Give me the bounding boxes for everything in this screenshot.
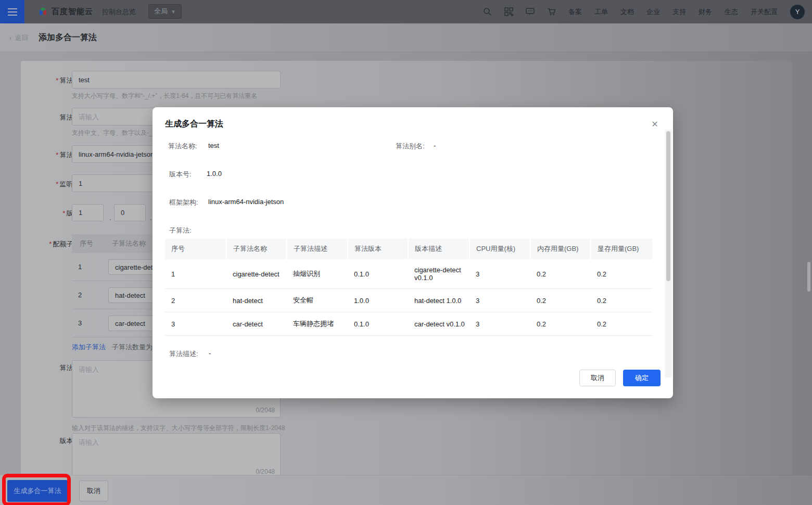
screen: 百度智能云 控制台总览 全局 ▼ [0,0,812,505]
cell: 车辆静态拥堵 [287,312,348,336]
cell: 抽烟识别 [287,259,348,289]
message-icon[interactable] [526,7,535,16]
row-index: 3 [78,319,82,327]
version-minor-input[interactable] [114,204,146,221]
topbar-link-gongdan[interactable]: 工单 [594,7,608,17]
modal-alias-label: 算法别名: [396,142,425,151]
col-name: 子算法名称 [108,239,146,248]
modal-desc-label: 算法描述: [169,349,198,359]
cell: 3 [470,289,530,312]
cell: cigarette-detect [226,259,287,289]
col-index: 序号 [72,239,108,248]
cell: 3 [165,312,226,336]
topbar: 百度智能云 控制台总览 全局 ▼ [0,0,812,23]
desc-helper-text: 输入对于该算法的描述，支持汉字、大小写字母等全部字符，限制长度1-2048 [72,424,285,433]
algorithm-name-input[interactable] [72,71,281,89]
page-title: 添加多合一算法 [39,23,97,52]
cell: 0.2 [591,289,652,312]
modal-scrollbar-thumb[interactable] [666,131,670,281]
add-sub-algo-link[interactable]: 添加子算法 [72,343,106,352]
cell: cigarette-detect v0.1.0 [408,259,470,289]
alias-helper-text: 支持中文、字母、数字以及-_ [72,129,153,137]
col-algo-version: 算法版本 [348,238,408,259]
avatar[interactable]: Y [790,5,805,19]
col-cpu: CPU用量(核) [470,238,530,259]
modal-table-header-row: 序号 子算法名称 子算法描述 算法版本 版本描述 CPU用量(核) 内存用量(G… [165,238,652,259]
row-index: 1 [78,263,82,271]
topbar-link-kaiguan[interactable]: 开关配置 [751,7,778,17]
modal-version-label: 版本号: [169,170,192,179]
desc-counter: 0/2048 [256,407,275,414]
back-label: 返回 [15,33,29,43]
modal-desc-value: - [209,349,211,357]
back-chevron-icon: ‹ [9,34,12,42]
modal-cancel-button[interactable]: 取消 [579,370,616,386]
brand[interactable]: 百度智能云 [39,0,93,23]
modal-sub-label: 子算法: [169,226,192,235]
cell: 0.2 [530,259,591,289]
version-desc-counter: 0/2048 [256,468,275,475]
col-gpu-mem: 显存用量(GB) [591,238,652,259]
modal-name-label: 算法名称: [168,142,197,151]
col-mem: 内存用量(GB) [530,238,591,259]
bottom-action-bar: 生成多合一算法 取消 [0,475,812,505]
topbar-link-wendang[interactable]: 文档 [620,7,634,17]
modal-framework-label: 框架架构: [169,198,198,207]
modal-framework-value: linux-arm64-nvidia-jetson [208,198,284,206]
cell: 2 [165,289,226,312]
cell: 安全帽 [287,289,348,312]
topbar-link-zhichi[interactable]: 支持 [673,7,686,17]
sub-algo-count-hint: 子算法数量为1- [112,343,159,352]
console-overview-link[interactable]: 控制台总览 [102,0,136,23]
modal-sub-algo-table: 序号 子算法名称 子算法描述 算法版本 版本描述 CPU用量(核) 内存用量(G… [165,238,652,336]
topbar-link-beian[interactable]: 备案 [568,7,582,17]
required-star: * [56,180,58,188]
back-button[interactable]: ‹ 返回 [9,23,29,52]
cell: 0.2 [591,259,652,289]
modal-version-value: 1.0.0 [207,170,222,178]
baidu-cloud-logo-icon [39,7,47,16]
cell: car-detect [226,312,287,336]
modal-title: 生成多合一算法 [165,119,223,130]
cell: 1.0.0 [348,289,408,312]
close-icon[interactable]: ✕ [650,120,659,129]
col-sub-name: 子算法名称 [226,238,287,259]
search-icon[interactable] [483,7,492,16]
cell: 3 [470,312,530,336]
required-star: * [62,209,65,217]
required-star: * [56,151,58,159]
topbar-link-qiye[interactable]: 企业 [646,7,660,17]
scope-value: 全局 [154,7,168,16]
brand-text: 百度智能云 [52,7,93,17]
modal-name-value: test [208,142,219,149]
row-index: 2 [78,291,82,299]
cell: 0.1.0 [348,312,408,336]
hamburger-menu-icon[interactable] [0,0,24,23]
modal-scrollbar[interactable] [665,130,672,377]
topbar-link-shengtai[interactable]: 生态 [725,7,738,17]
scope-dropdown[interactable]: 全局 ▼ [148,4,182,19]
version-dot: . [150,214,151,222]
cart-icon[interactable] [547,7,556,16]
generate-multi-algo-button[interactable]: 生成多合一算法 [7,480,68,502]
topbar-link-caiwu[interactable]: 财务 [699,7,712,17]
modal-confirm-button[interactable]: 确定 [623,370,661,386]
required-star: * [56,77,58,84]
chevron-down-icon: ▼ [171,9,176,15]
apps-grid-icon[interactable] [504,7,513,16]
cell: 3 [470,259,530,289]
cell: hat-detect 1.0.0 [408,289,470,312]
col-version-desc: 版本描述 [408,238,470,259]
modal-alias-value: - [434,142,436,149]
table-row: 2 hat-detect 安全帽 1.0.0 hat-detect 1.0.0 … [165,289,652,312]
table-row: 1 cigarette-detect 抽烟识别 0.1.0 cigarette-… [165,259,652,289]
page-scrollbar[interactable] [807,262,810,292]
cell: 1 [165,259,226,289]
col-sub-desc: 子算法描述 [287,238,348,259]
version-major-input[interactable] [72,204,104,221]
table-row: 3 car-detect 车辆静态拥堵 0.1.0 car-detect v0.… [165,312,652,336]
topbar-right: 备案 工单 文档 企业 支持 财务 生态 开关配置 Y [483,0,812,23]
col-index: 序号 [165,238,226,259]
version-dot: . [109,214,111,222]
page-cancel-button[interactable]: 取消 [79,481,108,501]
